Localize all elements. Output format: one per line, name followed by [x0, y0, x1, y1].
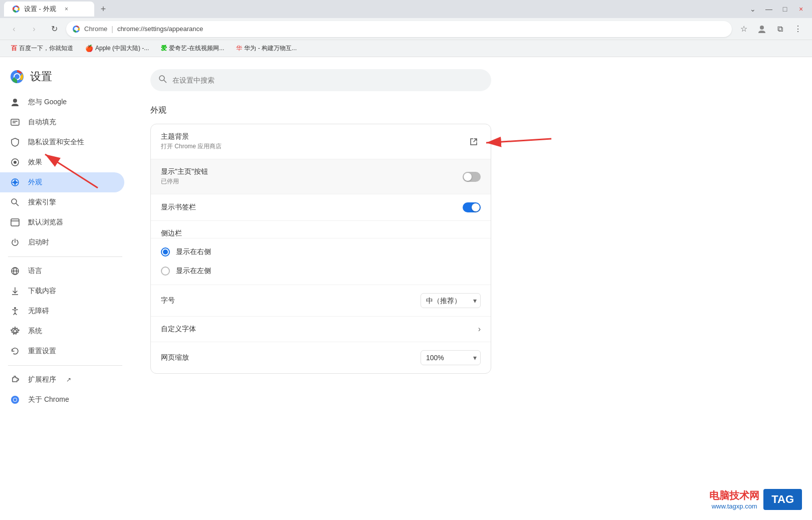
- svg-point-23: [14, 307, 16, 309]
- chrome-logo-icon: [10, 70, 24, 84]
- tab-close-button[interactable]: ×: [62, 5, 71, 14]
- watermark-url: www.tagxp.com: [712, 502, 757, 510]
- search-icon: [158, 75, 167, 86]
- settings-card: 主题背景 打开 Chrome 应用商店 显示"主页"按钮 已停用: [150, 124, 491, 374]
- radio-right-circle[interactable]: [161, 247, 170, 256]
- back-button[interactable]: ‹: [6, 21, 22, 37]
- page-zoom-select[interactable]: 75% 90% 100% 110% 125% 150% 175% 200%: [421, 350, 481, 365]
- close-button[interactable]: ×: [794, 2, 808, 16]
- profile-button[interactable]: [754, 21, 770, 37]
- sidebar-item-language[interactable]: 语言: [0, 261, 124, 281]
- sidebar-item-label: 扩展程序: [28, 375, 56, 384]
- autofill-icon: [10, 117, 20, 127]
- sidebar-divider-2: [8, 365, 122, 366]
- font-size-select-wrapper[interactable]: 特小 小 中（推荐） 大 特大: [421, 293, 481, 308]
- address-favicon: [72, 25, 80, 33]
- sidebar-item-accessibility[interactable]: 无障碍: [0, 301, 124, 321]
- custom-fonts-control[interactable]: ›: [478, 325, 481, 334]
- watermark-site-name: 电脑技术网: [709, 489, 759, 502]
- theme-control[interactable]: [467, 135, 481, 149]
- person-icon: [10, 97, 20, 107]
- svg-point-24: [14, 330, 17, 333]
- sidebar-item-privacy[interactable]: 隐私设置和安全性: [0, 132, 124, 152]
- bookmark-star-button[interactable]: ☆: [736, 21, 752, 37]
- sidebar-item-google[interactable]: 您与 Google: [0, 92, 124, 112]
- address-bar[interactable]: Chrome | chrome://settings/appearance: [66, 21, 732, 37]
- radio-left-circle[interactable]: [161, 267, 170, 276]
- sidebar-item-label: 效果: [28, 158, 42, 167]
- accessibility-icon: [10, 306, 20, 316]
- home-button-title: 显示"主页"按钮: [161, 167, 455, 176]
- bookmark-apple[interactable]: 🍎 Apple (中国大陆) -...: [82, 43, 152, 54]
- sidebar-item-reset[interactable]: 重置设置: [0, 341, 124, 361]
- sidebar-options-group: 显示在右侧 显示在左侧: [151, 238, 491, 285]
- sidebar-item-label: 默认浏览器: [28, 218, 63, 227]
- download-icon: [10, 286, 20, 296]
- sidebar-item-effects[interactable]: 效果: [0, 152, 124, 172]
- active-tab[interactable]: 设置 - 外观 ×: [4, 2, 94, 17]
- minimize-button[interactable]: —: [762, 2, 776, 16]
- sidebar-item-search[interactable]: 搜索引擎: [0, 192, 124, 212]
- settings-search-bar[interactable]: [150, 69, 491, 91]
- page-zoom-row: 网页缩放 75% 90% 100% 110% 125% 150% 175%: [151, 342, 491, 373]
- bookmark-huawei[interactable]: 华 华为 - 构建万物互...: [233, 43, 300, 54]
- refresh-button[interactable]: ↻: [46, 21, 62, 37]
- chevron-icon[interactable]: ⌄: [746, 2, 760, 16]
- page-zoom-title: 网页缩放: [161, 353, 413, 362]
- sidebar-left-label: 显示在左侧: [176, 267, 211, 276]
- sidebar-item-autofill[interactable]: 自动填充: [0, 112, 124, 132]
- external-link-icon[interactable]: [467, 135, 481, 149]
- address-brand: Chrome: [84, 25, 107, 33]
- sidebar-item-browser[interactable]: 默认浏览器: [0, 212, 124, 232]
- appearance-icon: [10, 177, 20, 187]
- svg-line-16: [16, 203, 19, 206]
- bookmarks-bar-content: 显示书签栏: [161, 203, 455, 212]
- bookmarks-bar-row: 显示书签栏: [151, 194, 491, 221]
- font-size-select[interactable]: 特小 小 中（推荐） 大 特大: [421, 293, 481, 308]
- sidebar-item-about[interactable]: 关于 Chrome: [0, 390, 124, 410]
- home-button-content: 显示"主页"按钮 已停用: [161, 167, 455, 186]
- sidebar-item-label: 下载内容: [28, 287, 56, 296]
- sidebar-item-downloads[interactable]: 下载内容: [0, 281, 124, 301]
- new-tab-button[interactable]: +: [96, 2, 110, 16]
- reset-icon: [10, 346, 20, 356]
- home-button-toggle-switch[interactable]: [463, 172, 481, 182]
- settings-main: 外观 主题背景 打开 Chrome 应用商店: [130, 57, 812, 520]
- theme-title: 主题背景: [161, 132, 459, 141]
- settings-search-input[interactable]: [172, 76, 483, 84]
- sidebar-item-label: 启动时: [28, 238, 49, 247]
- sidebar-item-label: 自动填充: [28, 118, 56, 127]
- section-title: 外观: [150, 105, 792, 116]
- page-zoom-control[interactable]: 75% 90% 100% 110% 125% 150% 175% 200%: [421, 350, 481, 365]
- sidebar-item-system[interactable]: 系统: [0, 321, 124, 341]
- custom-fonts-row[interactable]: 自定义字体 ›: [151, 317, 491, 342]
- font-size-control[interactable]: 特小 小 中（推荐） 大 特大: [421, 293, 481, 308]
- extensions-button[interactable]: ⧉: [772, 21, 788, 37]
- sidebar-left-option[interactable]: 显示在左侧: [161, 262, 481, 281]
- forward-button[interactable]: ›: [26, 21, 42, 37]
- sidebar-item-extensions[interactable]: 扩展程序 ↗: [0, 370, 124, 390]
- sidebar-item-startup[interactable]: 启动时: [0, 232, 124, 252]
- theme-row: 主题背景 打开 Chrome 应用商店: [151, 124, 491, 159]
- bookmark-iqiyi[interactable]: 爱 爱奇艺-在线视频网...: [158, 43, 227, 54]
- menu-button[interactable]: ⋮: [790, 21, 806, 37]
- watermark-text-block: 电脑技术网 www.tagxp.com: [709, 489, 759, 510]
- chevron-right-icon: ›: [478, 325, 481, 333]
- maximize-button[interactable]: □: [778, 2, 792, 16]
- sidebar-item-appearance[interactable]: 外观: [0, 172, 124, 192]
- external-link-small-icon: ↗: [66, 376, 71, 383]
- bookmark-baidu[interactable]: 百 百度一下，你就知道: [8, 43, 76, 54]
- window-controls: ⌄ — □ ×: [746, 2, 808, 16]
- svg-point-28: [159, 76, 164, 81]
- page-zoom-select-wrapper[interactable]: 75% 90% 100% 110% 125% 150% 175% 200%: [421, 350, 481, 365]
- svg-rect-9: [11, 119, 19, 125]
- sidebar-title: 设置: [30, 69, 52, 84]
- sidebar-right-option[interactable]: 显示在右侧: [161, 242, 481, 262]
- bookmarks-bar-toggle[interactable]: [463, 202, 481, 212]
- bookmarks-bar-toggle-switch[interactable]: [463, 202, 481, 212]
- sidebar-item-label: 搜索引擎: [28, 198, 56, 207]
- custom-fonts-content: 自定义字体: [161, 325, 470, 334]
- sidebar-item-label: 关于 Chrome: [28, 395, 69, 404]
- font-size-content: 字号: [161, 296, 413, 305]
- home-button-toggle[interactable]: [463, 172, 481, 182]
